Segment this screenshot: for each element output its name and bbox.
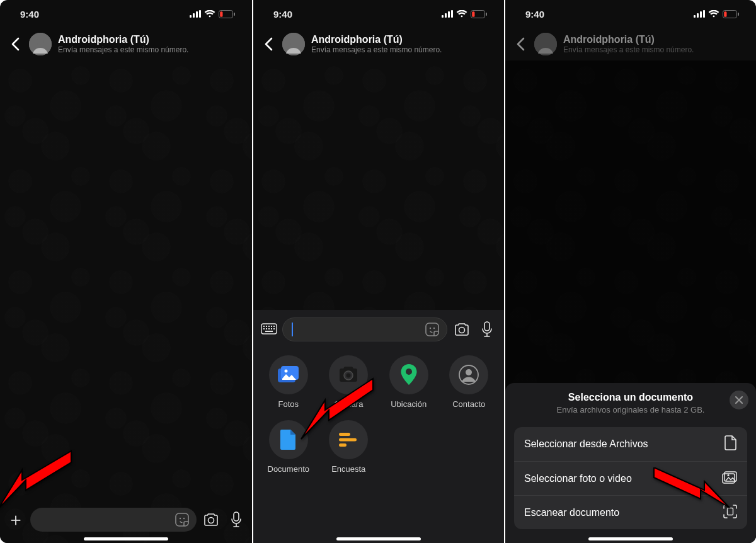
attachment-document[interactable]: Documento bbox=[258, 420, 319, 474]
mic-button[interactable] bbox=[476, 319, 498, 340]
sheet-row-scan[interactable]: Escanear documento bbox=[514, 495, 747, 529]
chat-header: Androidphoria (Tú) Envía mensajes a este… bbox=[0, 28, 252, 60]
cellular-icon bbox=[442, 10, 453, 18]
svg-rect-18 bbox=[451, 10, 453, 18]
svg-point-23 bbox=[290, 38, 297, 45]
svg-point-46 bbox=[406, 369, 412, 375]
attachment-label: Ubicación bbox=[391, 399, 427, 409]
back-button[interactable] bbox=[512, 37, 529, 51]
svg-rect-65 bbox=[728, 508, 733, 515]
svg-rect-33 bbox=[271, 328, 272, 329]
chat-title: Androidphoria (Tú) bbox=[58, 33, 188, 45]
attachment-camera[interactable]: Cámara bbox=[319, 355, 379, 409]
attachment-contact[interactable]: Contacto bbox=[439, 355, 500, 409]
avatar[interactable] bbox=[29, 33, 52, 55]
svg-rect-34 bbox=[273, 328, 275, 329]
keyboard-button[interactable] bbox=[260, 320, 278, 339]
svg-rect-50 bbox=[339, 438, 357, 442]
avatar[interactable] bbox=[282, 33, 305, 55]
document-icon bbox=[269, 420, 308, 459]
svg-rect-59 bbox=[738, 13, 739, 16]
home-indicator bbox=[336, 537, 421, 540]
svg-rect-28 bbox=[271, 326, 272, 327]
svg-point-48 bbox=[466, 369, 472, 375]
contact-icon bbox=[449, 355, 488, 394]
svg-rect-6 bbox=[234, 13, 235, 16]
back-button[interactable] bbox=[6, 37, 24, 51]
chat-header: Androidphoria (Tú) Envía mensajes a este… bbox=[505, 28, 756, 60]
photos-icon bbox=[269, 355, 308, 394]
chat-background bbox=[253, 60, 504, 310]
cellular-icon bbox=[694, 10, 705, 18]
status-right bbox=[694, 10, 740, 18]
svg-rect-49 bbox=[339, 433, 350, 436]
home-indicator bbox=[84, 537, 168, 540]
attachment-label: Documento bbox=[268, 464, 309, 474]
svg-rect-20 bbox=[472, 11, 474, 17]
sheet-header: Selecciona un documento Envía archivos o… bbox=[505, 392, 756, 425]
svg-rect-2 bbox=[196, 11, 198, 18]
attach-plus-button[interactable]: ＋ bbox=[5, 509, 26, 530]
svg-point-11 bbox=[183, 518, 185, 519]
chat-title: Androidphoria (Tú) bbox=[563, 33, 694, 45]
chat-title-wrap[interactable]: Androidphoria (Tú) Envía mensajes a este… bbox=[563, 33, 694, 55]
avatar[interactable] bbox=[534, 33, 557, 55]
home-indicator bbox=[588, 537, 673, 540]
sticker-icon[interactable] bbox=[424, 321, 440, 338]
svg-rect-15 bbox=[442, 15, 444, 18]
sheet-subtitle: Envía archivos originales de hasta 2 GB. bbox=[537, 405, 724, 416]
status-time: 9:40 bbox=[273, 9, 292, 20]
svg-rect-31 bbox=[266, 328, 267, 329]
document-action-sheet: Selecciona un documento Envía archivos o… bbox=[505, 383, 756, 543]
svg-point-12 bbox=[209, 518, 214, 523]
chat-title: Androidphoria (Tú) bbox=[311, 33, 442, 45]
status-bar: 9:40 bbox=[0, 0, 252, 28]
attachment-label: Encuesta bbox=[331, 464, 365, 474]
attachment-location[interactable]: Ubicación bbox=[379, 355, 439, 409]
svg-rect-5 bbox=[220, 11, 222, 17]
attachment-photos[interactable]: Fotos bbox=[258, 355, 319, 409]
screenshot-2: 9:40 Androidphoria (Tú) Envía mensajes a… bbox=[253, 0, 504, 543]
svg-rect-16 bbox=[445, 13, 447, 18]
svg-rect-36 bbox=[426, 323, 438, 336]
sheet-row-label: Seleccionar foto o video bbox=[524, 473, 632, 484]
chat-header: Androidphoria (Tú) Envía mensajes a este… bbox=[253, 28, 504, 60]
svg-point-8 bbox=[37, 38, 44, 45]
chat-title-wrap[interactable]: Androidphoria (Tú) Envía mensajes a este… bbox=[311, 33, 442, 55]
svg-rect-30 bbox=[263, 328, 265, 329]
chat-title-wrap[interactable]: Androidphoria (Tú) Envía mensajes a este… bbox=[58, 33, 188, 55]
attachment-poll[interactable]: Encuesta bbox=[319, 420, 379, 474]
battery-low-icon bbox=[219, 10, 236, 18]
svg-point-38 bbox=[433, 328, 435, 329]
sheet-row-photo-video[interactable]: Seleccionar foto o video bbox=[514, 461, 747, 495]
svg-rect-53 bbox=[694, 15, 696, 18]
attachment-label: Contacto bbox=[452, 399, 485, 409]
message-input[interactable] bbox=[282, 317, 447, 341]
svg-rect-54 bbox=[697, 13, 699, 18]
svg-rect-40 bbox=[484, 322, 490, 331]
sheet-close-button[interactable] bbox=[730, 391, 748, 409]
svg-rect-17 bbox=[448, 11, 450, 18]
wifi-icon bbox=[456, 10, 467, 18]
status-time: 9:40 bbox=[525, 9, 544, 20]
message-input-bar: ＋ bbox=[0, 505, 252, 534]
chat-background bbox=[0, 60, 252, 543]
svg-point-37 bbox=[430, 328, 431, 329]
text-cursor bbox=[292, 323, 293, 336]
attachment-grid: Fotos Cámara Ubicación Contacto bbox=[253, 348, 504, 474]
svg-point-64 bbox=[727, 474, 729, 476]
svg-rect-56 bbox=[703, 10, 705, 18]
message-input-bar bbox=[253, 315, 504, 348]
message-input[interactable] bbox=[30, 508, 197, 532]
sheet-list: Seleccionar desde Archivos Seleccionar f… bbox=[514, 427, 747, 529]
sticker-icon[interactable] bbox=[174, 512, 190, 528]
camera-button[interactable] bbox=[451, 319, 472, 340]
sheet-row-files[interactable]: Seleccionar desde Archivos bbox=[514, 427, 747, 461]
cellular-icon bbox=[190, 10, 201, 18]
status-right bbox=[442, 10, 488, 18]
svg-rect-32 bbox=[268, 328, 270, 329]
mic-button[interactable] bbox=[226, 509, 247, 530]
scan-icon bbox=[723, 505, 737, 521]
back-button[interactable] bbox=[260, 37, 277, 51]
camera-button[interactable] bbox=[200, 509, 222, 530]
